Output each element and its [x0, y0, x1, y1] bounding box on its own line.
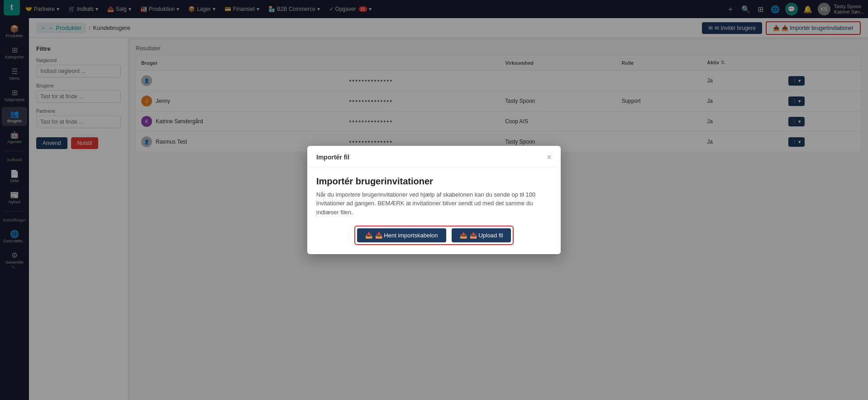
modal-header-title: Importér fil	[316, 154, 349, 161]
modal-description: Når du importere brugerinvitationer ved …	[316, 190, 552, 217]
upload-icon: 📤	[460, 232, 467, 239]
modal-overlay: Importér fil × Importér brugerinvitation…	[0, 0, 868, 400]
modal-body: Importér brugerinvitationer Når du impor…	[307, 167, 561, 255]
modal-actions: 📥 📥 Hent importskabelon 📤 📤 Upload fil	[354, 226, 514, 245]
modal-heading: Importér brugerinvitationer	[316, 176, 552, 187]
download-template-button[interactable]: 📥 📥 Hent importskabelon	[357, 228, 446, 242]
upload-file-button[interactable]: 📤 📤 Upload fil	[452, 228, 511, 242]
import-modal: Importér fil × Importér brugerinvitation…	[307, 146, 561, 255]
download-icon: 📥	[365, 232, 372, 239]
modal-header: Importér fil ×	[307, 146, 561, 167]
modal-close-button[interactable]: ×	[547, 153, 552, 161]
